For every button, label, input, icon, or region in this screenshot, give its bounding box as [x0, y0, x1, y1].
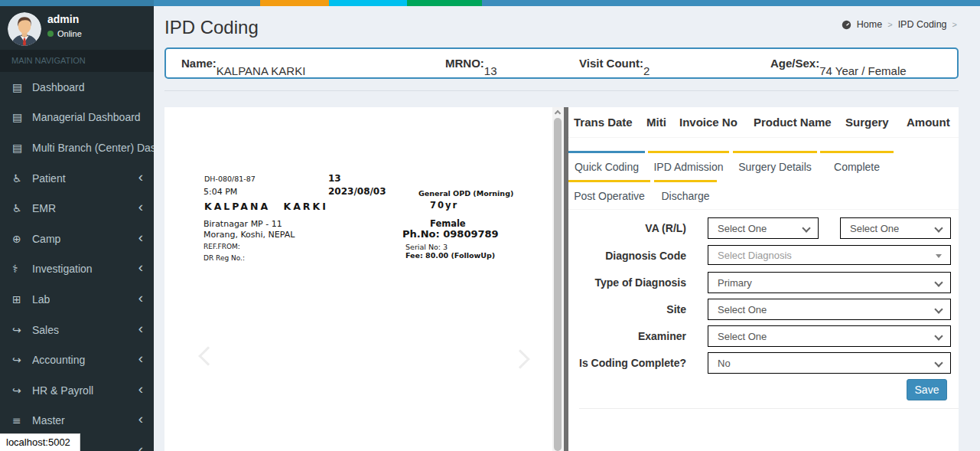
breadcrumb-home[interactable]: Home — [857, 19, 882, 30]
sidebar-item-lab[interactable]: ⊞ Lab ‹ — [0, 284, 154, 315]
doc-serial: Serial No: 3 — [405, 243, 448, 251]
breadcrumb-current[interactable]: IPD Coding — [898, 19, 947, 30]
breadcrumb-separator: > — [952, 20, 957, 29]
col-amount: Amount — [907, 116, 950, 129]
chevron-left-icon: ‹ — [138, 229, 143, 246]
save-button[interactable]: Save — [907, 379, 947, 400]
diagnosis-code-label: Diagnosis Code — [568, 245, 686, 266]
examiner-select[interactable]: Select One — [708, 325, 951, 347]
divider — [568, 209, 959, 210]
avatar — [8, 12, 41, 46]
va-right-select[interactable]: Select One — [708, 217, 819, 239]
tab-discharge[interactable]: Discharge — [654, 180, 717, 209]
carousel-prev-icon[interactable] — [198, 346, 217, 365]
scrollbar-thumb[interactable] — [554, 118, 562, 451]
sidebar-item-master[interactable]: ≡ Master ‹ — [0, 406, 154, 436]
tab-quick-coding[interactable]: Quick Coding — [568, 151, 645, 180]
document-scrollbar[interactable] — [552, 107, 564, 451]
site-select[interactable]: Select One — [708, 299, 951, 320]
sidebar-item-hr-payroll[interactable]: ↪ HR & Payroll ‹ — [0, 375, 154, 406]
col-trans-date: Trans Date — [574, 116, 633, 129]
tab-post-operative[interactable]: Post Operative — [568, 180, 650, 209]
doc-time: 5:04 PM — [203, 187, 237, 197]
doc-patient-name: KALPANA KARKI — [204, 201, 328, 212]
sidebar-item-multi-branch-dashboard[interactable]: ▤ Multi Branch (Center) Dashboard — [0, 132, 154, 163]
sidebar-item-sales[interactable]: ↪ Sales ‹ — [0, 315, 154, 345]
stethoscope-icon: ⚕ — [12, 263, 32, 275]
doc-session: General OPD (Morning) — [418, 189, 513, 198]
book-icon: ▤ — [12, 142, 32, 154]
dashboard-gauge-icon — [842, 20, 851, 30]
doc-sex: Female — [430, 218, 466, 229]
sidebar-item-emr[interactable]: ♿ EMR ‹ — [0, 193, 154, 224]
sidebar-item-investigation[interactable]: ⚕ Investigation ‹ — [0, 254, 154, 285]
book-icon: ▤ — [12, 111, 32, 123]
doc-dr-reg: DR Reg No.: — [203, 254, 245, 262]
sidebar-item-camp[interactable]: ⊕ Camp ‹ — [0, 224, 154, 254]
chevron-left-icon: ‹ — [138, 411, 143, 428]
divider — [579, 408, 959, 409]
caret-down-icon — [936, 254, 942, 258]
book-icon: ▤ — [12, 81, 32, 93]
va-label: VA (R/L) — [568, 217, 686, 239]
col-miti: Miti — [646, 116, 666, 129]
nav-section-header: MAIN NAVIGATION — [0, 50, 154, 72]
doc-ref-no: DH-080/81-87 — [204, 175, 256, 183]
sidebar-item-accounting[interactable]: ↪ Accounting ‹ — [0, 345, 154, 375]
chevron-left-icon: ‹ — [138, 441, 143, 451]
chevron-left-icon: ‹ — [138, 381, 143, 397]
tab-surgery-details[interactable]: Surgery Details — [733, 151, 817, 180]
patient-info-bar: Name: KALPANA KARKI MRNO: 13 Visit Count… — [164, 47, 959, 79]
coding-panel: Trans Date Miti Invoice No Product Name … — [568, 107, 959, 451]
type-of-diagnosis-label: Type of Diagnosis — [568, 272, 686, 293]
chevron-down-icon — [934, 358, 943, 367]
chevron-down-icon — [802, 224, 810, 232]
doc-address-line1: Biratnagar MP - 11 — [203, 219, 282, 229]
page-title: IPD Coding — [164, 17, 259, 38]
online-dot-icon — [47, 31, 54, 37]
medkit-icon: ⊞ — [12, 293, 32, 306]
chevron-left-icon: ‹ — [138, 168, 143, 185]
examiner-label: Examiner — [568, 325, 686, 347]
user-status: Online — [47, 29, 82, 38]
col-product-name: Product Name — [754, 116, 832, 129]
chevron-left-icon: ‹ — [138, 198, 143, 215]
tab-ipd-admission[interactable]: IPD Admission — [648, 151, 729, 180]
breadcrumb-separator: > — [887, 20, 892, 29]
sidebar-item-dashboard[interactable]: ▤ Dashboard — [0, 72, 154, 103]
chevron-left-icon: ‹ — [138, 289, 143, 306]
user-name: admin — [47, 13, 79, 25]
plus-circle-icon: ⊕ — [12, 233, 32, 245]
user-panel: admin Online — [0, 6, 154, 50]
breadcrumb: Home > IPD Coding > — [842, 19, 957, 30]
patient-age-sex: Age/Sex: 74 Year / Female — [770, 57, 819, 70]
patient-mrno: MRNO: 13 — [445, 57, 484, 70]
divider — [568, 137, 959, 138]
sidebar-item-patient[interactable]: ♿ Patient ‹ — [0, 163, 154, 194]
divider — [164, 90, 959, 91]
col-invoice-no: Invoice No — [679, 116, 737, 129]
list-icon: ≡ — [12, 414, 32, 426]
diagnosis-code-select[interactable]: Select Diagnosis — [708, 245, 951, 265]
col-surgery: Surgery — [845, 116, 889, 129]
doc-fee: Fee: 80.00 (FollowUp) — [405, 251, 495, 260]
sidebar-item-managerial-dashboard[interactable]: ▤ Managerial Dashboard — [0, 103, 154, 133]
app: admin Online MAIN NAVIGATION ▤ Dashboard… — [0, 0, 980, 451]
is-coding-complete-select[interactable]: No — [708, 352, 951, 374]
chevron-down-icon — [934, 332, 943, 340]
share-icon: ↪ — [12, 354, 32, 366]
patient-name: Name: KALPANA KARKI — [181, 57, 217, 70]
va-left-select[interactable]: Select One — [840, 217, 951, 239]
doc-token: 13 — [328, 173, 341, 184]
scroll-up-icon[interactable] — [555, 110, 561, 116]
wheelchair-icon: ♿ — [12, 172, 32, 185]
tab-complete[interactable]: Complete — [820, 151, 894, 180]
carousel-next-icon[interactable] — [510, 349, 529, 368]
doc-age: 70yr — [430, 200, 458, 211]
share-icon: ↪ — [12, 384, 32, 397]
chevron-down-icon — [934, 278, 943, 286]
top-color-stripe — [0, 0, 980, 6]
doc-ref-from: REF.FROM: — [203, 243, 240, 250]
chevron-left-icon: ‹ — [138, 350, 143, 367]
type-of-diagnosis-select[interactable]: Primary — [708, 272, 951, 293]
